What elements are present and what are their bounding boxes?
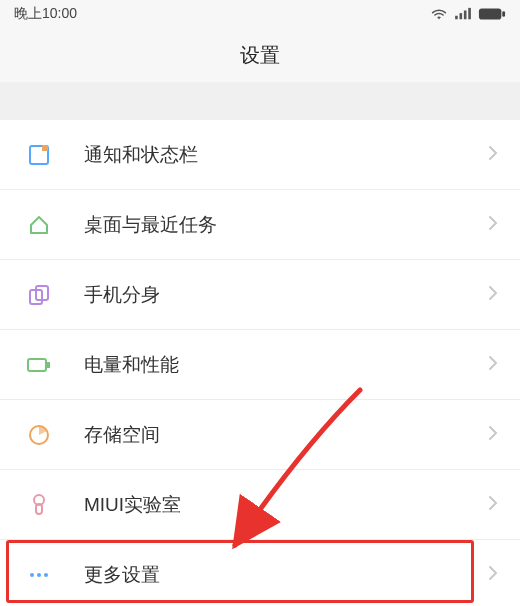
- clone-icon: [24, 280, 54, 310]
- signal-icon: [454, 7, 472, 21]
- page-title: 设置: [240, 42, 280, 69]
- chevron-right-icon: [488, 565, 498, 585]
- more-icon: [24, 560, 54, 590]
- settings-item-more-settings[interactable]: 更多设置: [0, 540, 520, 606]
- notification-bar-icon: [24, 140, 54, 170]
- section-gap: [0, 82, 520, 120]
- battery-perf-icon: [24, 350, 54, 380]
- svg-rect-11: [47, 362, 50, 368]
- settings-item-label: 手机分身: [84, 282, 488, 308]
- settings-item-home-recents[interactable]: 桌面与最近任务: [0, 190, 520, 260]
- settings-item-label: 更多设置: [84, 562, 488, 588]
- svg-rect-2: [464, 11, 467, 20]
- settings-item-second-space[interactable]: 手机分身: [0, 260, 520, 330]
- settings-list: 通知和状态栏 桌面与最近任务 手机分身: [0, 120, 520, 606]
- chevron-right-icon: [488, 425, 498, 445]
- battery-icon: [478, 7, 506, 21]
- chevron-right-icon: [488, 355, 498, 375]
- svg-rect-7: [42, 145, 48, 151]
- settings-item-label: 通知和状态栏: [84, 142, 488, 168]
- chevron-right-icon: [488, 495, 498, 515]
- page-title-bar: 设置: [0, 28, 520, 82]
- settings-item-label: 桌面与最近任务: [84, 212, 488, 238]
- svg-rect-5: [502, 11, 505, 17]
- chevron-right-icon: [488, 285, 498, 305]
- svg-point-16: [37, 573, 41, 577]
- wifi-icon: [430, 7, 448, 21]
- chevron-right-icon: [488, 145, 498, 165]
- settings-item-storage[interactable]: 存储空间: [0, 400, 520, 470]
- status-time: 晚上10:00: [14, 5, 77, 23]
- settings-item-battery-perf[interactable]: 电量和性能: [0, 330, 520, 400]
- svg-rect-1: [460, 13, 463, 19]
- svg-rect-3: [468, 8, 471, 19]
- settings-item-label: 电量和性能: [84, 352, 488, 378]
- storage-icon: [24, 420, 54, 450]
- svg-point-17: [44, 573, 48, 577]
- settings-item-label: 存储空间: [84, 422, 488, 448]
- svg-rect-4: [479, 8, 501, 19]
- home-icon: [24, 210, 54, 240]
- settings-item-notification-bar[interactable]: 通知和状态栏: [0, 120, 520, 190]
- svg-rect-10: [28, 359, 46, 371]
- settings-item-miui-lab[interactable]: MIUI实验室: [0, 470, 520, 540]
- svg-rect-0: [455, 16, 458, 20]
- settings-item-label: MIUI实验室: [84, 492, 488, 518]
- lab-icon: [24, 490, 54, 520]
- chevron-right-icon: [488, 215, 498, 235]
- status-bar: 晚上10:00: [0, 0, 520, 28]
- svg-point-15: [30, 573, 34, 577]
